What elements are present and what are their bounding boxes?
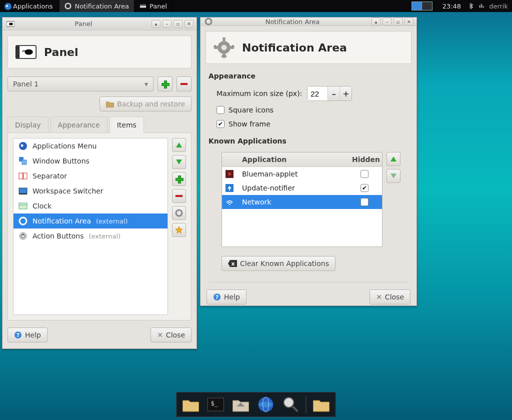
user-label[interactable]: derrik xyxy=(489,2,508,10)
taskbar-item-label: Panel xyxy=(150,2,167,10)
clear-known-apps-label: Clear Known Applications xyxy=(240,260,329,268)
close-button[interactable]: ✕ Close xyxy=(150,328,192,342)
dock-home-folder[interactable] xyxy=(231,394,251,414)
svg-point-3 xyxy=(68,5,70,7)
svg-rect-14 xyxy=(22,160,26,164)
minus-icon xyxy=(176,195,182,197)
hidden-checkbox[interactable] xyxy=(360,170,368,178)
window-buttons-icon xyxy=(18,156,28,166)
panel-items-list[interactable]: Applications Menu Window Buttons Separat… xyxy=(13,138,168,315)
move-app-down-button[interactable] xyxy=(386,169,400,183)
max-icon-size-spinner[interactable]: – + xyxy=(307,86,352,101)
help-button[interactable]: ? Help xyxy=(206,290,246,304)
clear-known-apps-button[interactable]: x Clear Known Applications xyxy=(222,256,336,271)
notification-area-window: Notification Area ▴ – ▫ ✕ xyxy=(200,17,417,306)
close-button[interactable]: ✕ Close xyxy=(370,290,410,304)
tab-appearance[interactable]: Appearance xyxy=(50,116,108,133)
list-item[interactable]: Clock xyxy=(14,198,168,214)
square-icons-checkbox-row[interactable]: Square icons xyxy=(216,106,400,114)
plus-icon xyxy=(176,176,182,182)
show-frame-checkbox-row[interactable]: Show frame xyxy=(216,120,400,128)
dock-web-browser[interactable] xyxy=(256,394,276,414)
move-up-button[interactable] xyxy=(172,138,186,152)
spinner-decrement-button[interactable]: – xyxy=(328,86,340,100)
dock-terminal[interactable]: $_ xyxy=(206,394,226,414)
panel-large-icon xyxy=(15,41,37,63)
list-item[interactable]: Window Buttons xyxy=(14,154,168,168)
window-minimize-button[interactable]: – xyxy=(162,20,172,28)
gear-icon xyxy=(175,209,183,217)
window-maximize-button[interactable]: ▫ xyxy=(394,18,402,26)
hidden-checkbox[interactable] xyxy=(360,198,368,206)
plus-icon xyxy=(162,80,168,88)
svg-point-10 xyxy=(24,50,33,55)
show-frame-checkbox[interactable] xyxy=(216,120,224,128)
add-item-button[interactable] xyxy=(172,172,186,186)
move-app-up-button[interactable] xyxy=(386,152,400,166)
remove-item-button[interactable] xyxy=(172,189,186,203)
window-maximize-button[interactable]: ▫ xyxy=(174,20,182,28)
max-icon-size-input[interactable] xyxy=(308,86,328,100)
backup-restore-button[interactable]: Backup and restore xyxy=(100,96,192,112)
gear-icon xyxy=(18,216,28,226)
svg-text:$_: $_ xyxy=(211,400,218,407)
window-minimize-button[interactable]: – xyxy=(382,18,392,26)
svg-point-56 xyxy=(284,398,294,408)
svg-point-0 xyxy=(4,3,12,10)
svg-point-27 xyxy=(178,212,180,214)
item-ext: (external) xyxy=(88,232,120,240)
remove-panel-button[interactable] xyxy=(176,76,192,92)
tab-items[interactable]: Items xyxy=(110,116,144,133)
taskbar-item-notification-area[interactable]: Notification Area xyxy=(60,0,134,12)
svg-text:?: ? xyxy=(16,332,20,338)
dock-app-finder[interactable] xyxy=(281,394,301,414)
window-close-button[interactable]: ✕ xyxy=(404,18,414,26)
table-row[interactable]: Update-notifier xyxy=(222,181,382,195)
col-header-application[interactable]: Application xyxy=(237,152,347,166)
add-panel-button[interactable] xyxy=(158,76,172,92)
dock-file-manager[interactable] xyxy=(181,394,201,414)
window-title: Panel xyxy=(16,20,152,28)
titlebar[interactable]: Panel ▴ – ▫ ✕ xyxy=(2,18,196,30)
network-icon[interactable] xyxy=(478,2,485,10)
dock-folder[interactable] xyxy=(312,394,332,414)
arrow-down-icon xyxy=(176,160,182,164)
table-row[interactable]: Network xyxy=(222,195,382,209)
taskbar-item-panel[interactable]: Panel xyxy=(134,0,172,12)
svg-rect-19 xyxy=(19,203,27,209)
list-item[interactable]: Separator xyxy=(14,168,168,184)
help-button[interactable]: ? Help xyxy=(8,328,48,342)
panel-selector-combo[interactable]: Panel 1 ▾ xyxy=(8,76,154,92)
item-order-buttons xyxy=(172,138,186,315)
list-item[interactable]: Workspace Switcher xyxy=(14,184,168,198)
svg-point-1 xyxy=(6,5,8,7)
list-item[interactable]: Action Buttons (external) xyxy=(14,228,168,244)
tab-display[interactable]: Display xyxy=(8,116,48,133)
spinner-increment-button[interactable]: + xyxy=(340,86,352,100)
svg-rect-5 xyxy=(140,4,146,6)
items-tab-panel: Applications Menu Window Buttons Separat… xyxy=(8,132,192,320)
square-icons-checkbox[interactable] xyxy=(216,106,224,114)
workspace-switcher[interactable] xyxy=(412,2,432,10)
list-item[interactable]: Notification Area (external) xyxy=(14,214,168,228)
known-apps-table[interactable]: Application Hidden Blueman-applet Update… xyxy=(222,152,382,247)
panel-clock[interactable]: 23:48 xyxy=(438,2,465,10)
titlebar[interactable]: Notification Area ▴ – ▫ ✕ xyxy=(200,18,416,26)
window-roll-up-button[interactable]: ▴ xyxy=(152,20,160,28)
move-down-button[interactable] xyxy=(172,155,186,169)
col-header-hidden[interactable]: Hidden xyxy=(347,152,382,166)
item-about-button[interactable] xyxy=(172,223,186,237)
taskbar-item-label: Notification Area xyxy=(74,2,129,10)
close-label: Close xyxy=(166,331,185,339)
list-item[interactable]: Applications Menu xyxy=(14,138,168,154)
wifi-icon xyxy=(222,198,237,206)
item-preferences-button[interactable] xyxy=(172,206,186,220)
applications-menu-button[interactable]: Applications xyxy=(0,0,56,12)
item-label: Separator xyxy=(32,172,67,180)
window-close-button[interactable]: ✕ xyxy=(184,20,194,28)
table-row[interactable]: Blueman-applet xyxy=(222,167,382,181)
window-roll-up-button[interactable]: ▴ xyxy=(372,18,380,26)
hidden-checkbox[interactable] xyxy=(360,184,368,192)
bluetooth-icon[interactable] xyxy=(469,2,474,10)
known-apps-section-label: Known Applications xyxy=(208,137,408,145)
